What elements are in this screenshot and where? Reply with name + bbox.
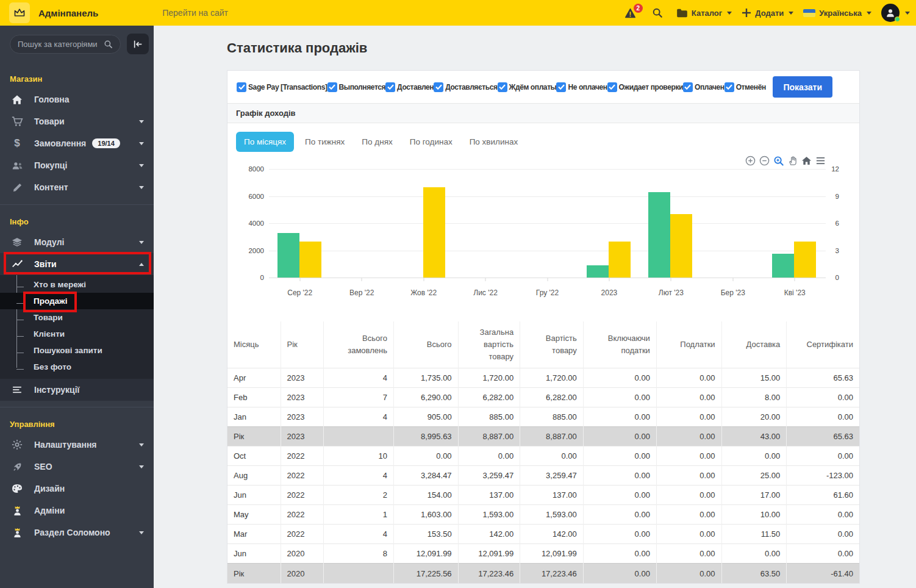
section-label-info: Інфо [0, 205, 154, 231]
sidebar-item-home[interactable]: Головна [0, 88, 154, 110]
notification-badge: 2 [634, 4, 643, 13]
submenu-item-no-photo[interactable]: Без фото [0, 359, 154, 375]
column-header-5: Вартість товару [520, 321, 584, 368]
bar-orders-8 [794, 242, 816, 278]
column-header-6: Включаючи податки [583, 321, 656, 368]
table-row: Mar20224153.50142.00142.000.000.0011.500… [227, 525, 859, 544]
bar-orders-2 [423, 187, 445, 278]
chevron-down-icon [139, 443, 144, 446]
zoom-out-icon[interactable] [759, 156, 770, 166]
tab-0[interactable]: По місяцях [236, 132, 294, 152]
chevron-down-icon [139, 241, 144, 244]
column-header-4: Загальна вартість товару [458, 321, 520, 368]
filter-checkbox-4[interactable]: Ждём оплаты [498, 82, 557, 92]
chevron-up-icon [139, 263, 144, 266]
search-icon [652, 7, 663, 18]
home-icon [0, 95, 34, 105]
reports-submenu: Хто в мережі Продажі Товари Клієнти Пошу… [0, 275, 154, 379]
zoom-in-icon[interactable] [745, 156, 756, 166]
zoom-selection-icon[interactable] [773, 156, 784, 166]
sidebar-item-admins[interactable]: Адміни [0, 500, 154, 522]
checkbox-checked-icon[interactable] [607, 82, 617, 92]
filter-checkbox-1[interactable]: Выполняется [327, 82, 386, 92]
bar-revenue-5 [587, 265, 609, 278]
sidebar-collapse-button[interactable] [127, 34, 149, 54]
top-bar: Адмінпанель Перейти на сайт 2 Каталог До… [0, 0, 916, 26]
show-button[interactable]: Показати [773, 76, 832, 98]
section-label-admin: Управління [0, 407, 154, 434]
sidebar-item-content[interactable]: Контент [0, 176, 154, 198]
chevron-down-icon [139, 142, 144, 145]
sidebar-item-design[interactable]: Дизайн [0, 478, 154, 500]
bar-revenue-8 [772, 254, 794, 278]
chevron-down-icon [905, 12, 910, 15]
filter-checkbox-2[interactable]: Доставлен [385, 82, 434, 92]
checkbox-checked-icon[interactable] [725, 82, 734, 92]
submenu-item-clients[interactable]: Клієнти [0, 326, 154, 342]
go-to-site-link[interactable]: Перейти на сайт [162, 8, 228, 18]
gear-icon [0, 439, 34, 450]
submenu-item-who-online[interactable]: Хто в мережі [0, 276, 154, 293]
checkbox-checked-icon[interactable] [683, 82, 693, 92]
column-header-8: Доставка [721, 321, 787, 368]
plus-icon [742, 8, 751, 18]
checkbox-checked-icon[interactable] [327, 82, 337, 92]
filter-checkbox-6[interactable]: Ожидает проверки [607, 82, 683, 92]
tab-3[interactable]: По годинах [404, 132, 459, 152]
catalog-menu[interactable]: Каталог [676, 9, 732, 18]
sidebar-item-solomono[interactable]: Раздел Соломоно [0, 522, 154, 543]
add-menu[interactable]: Додати [742, 8, 793, 18]
home-reset-icon[interactable] [801, 156, 812, 166]
checkbox-checked-icon[interactable] [556, 82, 566, 92]
chevron-down-icon [867, 12, 871, 15]
column-header-9: Сертифікати [787, 321, 859, 368]
checkbox-checked-icon[interactable] [498, 82, 507, 92]
submenu-item-products[interactable]: Товари [0, 309, 154, 326]
sidebar-item-instructions[interactable]: Інстурукції [0, 379, 154, 401]
chevron-down-icon [727, 12, 732, 15]
column-header-7: Подлатки [656, 321, 721, 368]
brand-logo[interactable] [9, 2, 30, 23]
category-search-input[interactable]: Пошук за категоріями [10, 35, 121, 54]
filter-checkbox-0[interactable]: Sage Pay [Transactions] [237, 82, 327, 92]
sidebar-item-orders[interactable]: $ Замовлення 19/14 [0, 132, 154, 154]
checkbox-checked-icon[interactable] [385, 82, 395, 92]
table-row: Jan20234905.00885.00885.000.000.0020.000… [227, 407, 859, 427]
table-row: Oct2022100.000.000.000.000.000.000.00 [227, 446, 859, 466]
notifications-button[interactable]: 2 [624, 8, 636, 18]
submenu-item-sales[interactable]: Продажі [0, 293, 154, 309]
user-avatar[interactable] [881, 4, 900, 22]
sidebar-item-settings[interactable]: Налаштування [0, 434, 154, 456]
sidebar-item-modules[interactable]: Модулі [0, 231, 154, 253]
filter-checkbox-8[interactable]: Отменён [725, 82, 766, 92]
language-menu[interactable]: Українська [803, 9, 871, 18]
sidebar-item-seo[interactable]: SEO [0, 456, 154, 478]
pan-icon[interactable] [787, 156, 798, 166]
bar-orders-5 [609, 242, 631, 278]
filter-checkbox-7[interactable]: Оплачен [683, 82, 725, 92]
tab-4[interactable]: По хвилинах [463, 132, 524, 152]
submenu-item-search-queries[interactable]: Пошукові запити [0, 342, 154, 359]
folder-icon [676, 9, 688, 18]
sidebar-item-customers[interactable]: Покупці [0, 154, 154, 176]
brand-title: Адмінпанель [38, 8, 98, 18]
chart-menu-icon[interactable] [815, 156, 826, 166]
tab-2[interactable]: По днях [356, 132, 398, 152]
chevron-down-icon [139, 186, 144, 189]
table-row: Apr202341,735.001,720.001,720.000.000.00… [227, 368, 859, 388]
filter-row: Sage Pay [Transactions]ВыполняетсяДостав… [227, 71, 859, 103]
filter-checkbox-5[interactable]: Не оплачен [556, 82, 607, 92]
sidebar-item-reports[interactable]: Звіти [0, 253, 154, 275]
bar-orders-0 [299, 242, 321, 278]
crown-icon [13, 7, 26, 19]
graph-header: Графік доходів [227, 103, 859, 123]
sidebar-item-products[interactable]: Товари [0, 110, 154, 132]
table-row: Jun20222154.00137.00137.000.000.0017.006… [227, 486, 859, 505]
filter-checkbox-3[interactable]: Доставляється [434, 82, 497, 92]
search-button[interactable] [652, 7, 663, 18]
section-label-store: Магазин [0, 62, 154, 88]
checkbox-checked-icon[interactable] [237, 82, 246, 92]
customers-icon [0, 161, 34, 170]
checkbox-checked-icon[interactable] [434, 82, 443, 92]
tab-1[interactable]: По тижнях [299, 132, 351, 152]
